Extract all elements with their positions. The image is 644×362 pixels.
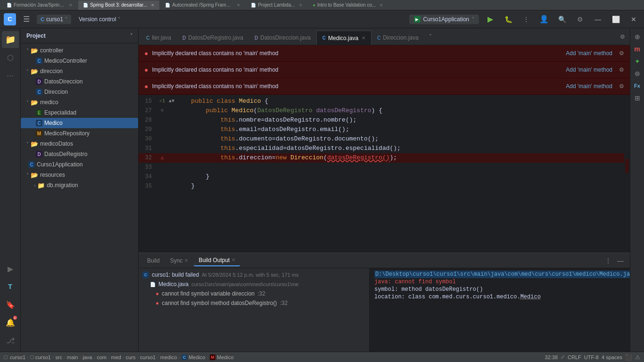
version-control-btn[interactable]: Version control ˅ (76, 15, 123, 24)
profile-button[interactable]: 👤 (537, 13, 551, 26)
tree-item-medico-controller[interactable]: C MedicoController (21, 56, 138, 66)
tree-item-medico-repo[interactable]: M MedicoRepository (21, 128, 138, 139)
sidebar-icon-structure[interactable]: ⬡ (2, 49, 19, 66)
bottom-split-content: C curso1: build failed At 5/28/2024 5:12… (139, 268, 630, 352)
browser-tab-1[interactable]: 📄 Formación Java/Spring B... ✕ (2, 0, 77, 10)
bottom-panel-minimize[interactable]: — (615, 255, 626, 266)
tree-item-db-migration[interactable]: › 📁 db.migration (21, 180, 138, 190)
project-selector[interactable]: C curso1 ˅ (37, 15, 71, 24)
error-gear-1[interactable]: ⚙ (619, 50, 624, 57)
maximize-button[interactable]: ⬜ (609, 13, 622, 26)
search-button[interactable]: 🔍 (555, 13, 569, 26)
status-bar: curso1 › curso1 › src › main › java › co… (0, 352, 644, 362)
error-banners: ● Implicitly declared class contains no … (139, 45, 630, 95)
error-action-1[interactable]: Add 'main' method (566, 50, 612, 57)
sidebar-icon-more[interactable]: ⋯ (2, 67, 19, 84)
editor-tab-medico-active[interactable]: C Medico.java ✕ (316, 31, 372, 45)
tree-item-medico-class[interactable]: C Medico (21, 118, 138, 128)
error-action-3[interactable]: Add 'main' method (566, 83, 612, 90)
code-line-30: 30 this.documento=datosDeRegistro.docume… (139, 134, 624, 144)
tab-settings-btn[interactable]: ⚙ (617, 33, 628, 40)
output-error-type: java: cannot find symbol (374, 279, 625, 285)
editor-tab-direccion[interactable]: C Direccion.java (372, 31, 424, 45)
hamburger-menu[interactable]: ☰ (21, 14, 32, 25)
line-number-15: 15 (139, 97, 157, 106)
build-header-item[interactable]: C curso1: build failed At 5/28/2024 5:12… (139, 270, 369, 280)
sidebar-icon-run[interactable]: ▶ (2, 260, 19, 277)
debug-button[interactable]: 🐛 (502, 13, 515, 26)
editor-tab-1[interactable]: C ller.java (140, 31, 177, 45)
right-icon-copilot[interactable]: m (632, 43, 643, 55)
browser-tab-2[interactable]: 📄 Spring Boot 3: desarrollar... ✕ (78, 0, 159, 10)
tree-item-medico-folder[interactable]: ˅ 📂 medico (21, 97, 138, 107)
code-area[interactable]: 15 ✓1 ▲▼ public class Medico { 27 ⊕ publ… (139, 95, 624, 253)
line-number-27: 27 (139, 106, 157, 115)
tab-close-3[interactable]: ✕ (237, 3, 240, 8)
sidebar-icon-bookmark[interactable]: 🔖 (2, 296, 19, 313)
right-icon-plugin1[interactable]: ⊛ (632, 68, 643, 79)
line-gutter-15: ✓1 (157, 97, 167, 106)
build-error-item-2[interactable]: ● cannot find symbol method datosDeRegis… (139, 298, 369, 308)
output-symbol-line: symbol: method datosDeRegistro() (374, 286, 625, 293)
settings-button[interactable]: ⚙ (573, 13, 586, 26)
tab-close-4[interactable]: ✕ (299, 3, 303, 8)
more-options-button[interactable]: ⋮ (520, 13, 533, 26)
status-encoding-icon: ⤢ (561, 354, 565, 360)
bottom-tab-sync[interactable]: Sync ✕ (165, 255, 193, 266)
ide-logo: C (4, 13, 16, 25)
status-line-sep[interactable]: CRLF (568, 354, 581, 360)
tab-close-1[interactable]: ✕ (69, 3, 73, 8)
sidebar-icon-git[interactable]: ⎇ (2, 332, 19, 349)
status-position[interactable]: 32:38 (545, 354, 558, 360)
sidebar-icon-template[interactable]: T (2, 278, 19, 295)
tab-close-medico[interactable]: ✕ (362, 35, 365, 41)
build-error-item-1[interactable]: ● cannot find symbol variable direccion … (139, 289, 369, 298)
minimize-button[interactable]: — (591, 13, 604, 26)
status-encoding[interactable]: UTF-8 (584, 354, 599, 360)
sync-tab-close[interactable]: ✕ (184, 258, 188, 263)
tab-close-5[interactable]: ✕ (380, 3, 383, 8)
tree-item-direccion[interactable]: ˅ 📂 direccion (21, 66, 138, 76)
status-indent[interactable]: 4 spaces (602, 354, 622, 360)
sidebar-icon-folder[interactable]: 📁 (2, 31, 19, 48)
error-gear-2[interactable]: ⚙ (619, 66, 624, 73)
browser-tab-5[interactable]: ● Intro to Base Validation co... ✕ (308, 0, 388, 10)
line-content-35: } (176, 181, 624, 191)
build-tree-panel: C curso1: build failed At 5/28/2024 5:12… (139, 268, 370, 352)
browser-tab-4[interactable]: 📄 Project Lambda... ✕ (246, 0, 307, 10)
build-file-item[interactable]: 📄 Medico.java curso1\src\main\java\com\m… (139, 280, 369, 289)
tree-item-datos-direccion[interactable]: D DatosDireccion (21, 76, 138, 87)
tab-close-2[interactable]: ✕ (151, 3, 155, 8)
sidebar-icon-notifications[interactable]: 🔔1 (2, 314, 19, 331)
right-icon-plugin2[interactable]: ⊞ (632, 92, 643, 104)
editor-tab-datos-direccion[interactable]: D DatosDireccion.java (249, 31, 316, 45)
error-banner-2: ● Implicitly declared class contains no … (139, 62, 630, 78)
tree-item-curso1-app[interactable]: C Curso1Application (21, 159, 138, 170)
right-icon-fx[interactable]: Fx (632, 80, 643, 91)
right-icon-1[interactable]: ⊕ (632, 31, 643, 42)
tree-item-controller[interactable]: ˅ 📂 controller (21, 45, 138, 56)
tree-item-datos-registro[interactable]: D DatosDeRegistro (21, 149, 138, 159)
line-content-15: public class Medico { (176, 97, 624, 106)
run-config-display[interactable]: ▶ Curso1Application ˅ (409, 15, 479, 24)
right-icon-ai[interactable]: ✦ (632, 56, 643, 67)
build-output-tab-close[interactable]: ✕ (231, 257, 235, 263)
tree-item-especialidad[interactable]: E Especialidad (21, 107, 138, 118)
run-button[interactable]: ▶ (484, 13, 497, 26)
editor-tab-datos-registro[interactable]: D DatosDeRegistro.java (177, 31, 249, 45)
close-button[interactable]: ✕ (627, 13, 640, 26)
tree-item-medico-datos-folder[interactable]: ˅ 📂 medicoDatos (21, 139, 138, 149)
browser-tab-3[interactable]: 📄 Autocreated /Spring Framew... ✕ (160, 0, 245, 10)
tab-overflow-btn[interactable]: ˅ (426, 33, 435, 40)
tree-item-resources[interactable]: ˅ 📂 resources (21, 170, 138, 180)
code-line-28: 28 this.nombre=datosDeRegistro.nombre(); (139, 115, 624, 125)
line-number-33: 33 (139, 163, 157, 172)
error-gear-3[interactable]: ⚙ (619, 83, 624, 90)
code-line-33: 33 (139, 163, 624, 172)
error-action-2[interactable]: Add 'main' method (566, 66, 612, 73)
output-location-line: location: class com.med.curs.curso1.medi… (374, 294, 625, 300)
bottom-tab-build-output[interactable]: Build Output ✕ (194, 255, 240, 266)
bottom-tab-build[interactable]: Build (142, 255, 165, 266)
bottom-panel-more[interactable]: ⋮ (603, 255, 614, 266)
tree-item-direccion-class[interactable]: C Direccion (21, 87, 138, 97)
